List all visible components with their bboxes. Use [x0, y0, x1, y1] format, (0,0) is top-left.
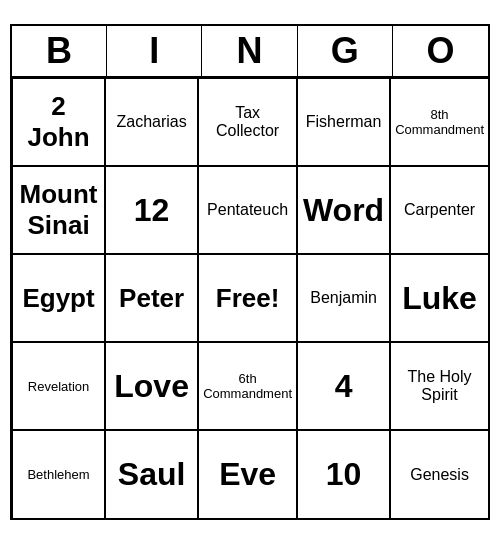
bingo-cell: Tax Collector — [198, 78, 297, 166]
bingo-cell: 6th Commandment — [198, 342, 297, 430]
bingo-card: BINGO 2 JohnZachariasTax CollectorFisher… — [10, 24, 490, 520]
bingo-cell: Eve — [198, 430, 297, 518]
header-letter: N — [202, 26, 297, 76]
bingo-cell: Bethlehem — [12, 430, 105, 518]
bingo-header: BINGO — [12, 26, 488, 78]
bingo-cell: 2 John — [12, 78, 105, 166]
bingo-cell: Luke — [390, 254, 488, 342]
bingo-cell: 10 — [297, 430, 390, 518]
bingo-cell: Carpenter — [390, 166, 488, 254]
bingo-cell: 4 — [297, 342, 390, 430]
bingo-cell: 8th Commandment — [390, 78, 488, 166]
bingo-cell: Revelation — [12, 342, 105, 430]
bingo-cell: Saul — [105, 430, 198, 518]
header-letter: I — [107, 26, 202, 76]
header-letter: O — [393, 26, 488, 76]
header-letter: G — [298, 26, 393, 76]
bingo-cell: Word — [297, 166, 390, 254]
bingo-cell: Mount Sinai — [12, 166, 105, 254]
bingo-cell: Genesis — [390, 430, 488, 518]
bingo-grid: 2 JohnZachariasTax CollectorFisherman8th… — [12, 78, 488, 518]
header-letter: B — [12, 26, 107, 76]
bingo-cell: Egypt — [12, 254, 105, 342]
bingo-cell: Love — [105, 342, 198, 430]
bingo-cell: The Holy Spirit — [390, 342, 488, 430]
bingo-cell: Peter — [105, 254, 198, 342]
bingo-cell: 12 — [105, 166, 198, 254]
bingo-cell: Benjamin — [297, 254, 390, 342]
bingo-cell: Fisherman — [297, 78, 390, 166]
bingo-cell: Zacharias — [105, 78, 198, 166]
bingo-cell: Pentateuch — [198, 166, 297, 254]
bingo-cell: Free! — [198, 254, 297, 342]
